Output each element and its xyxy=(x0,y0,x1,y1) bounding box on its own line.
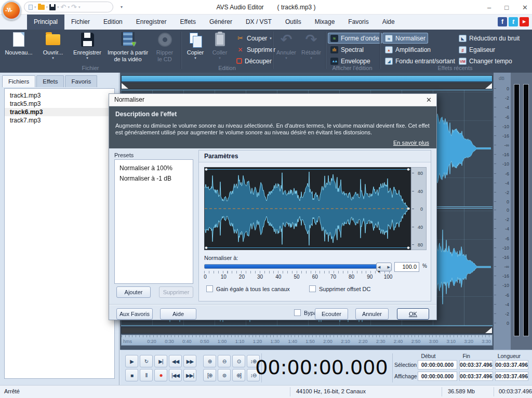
zoom-selection-end-button[interactable]: ⊕] xyxy=(232,369,245,381)
twitter-icon[interactable]: t xyxy=(509,17,518,26)
ribbon-tab-mixage[interactable]: Mixage xyxy=(308,15,342,30)
import-from-video-button[interactable]: ▼ Importer à partirde la vidéo xyxy=(105,31,151,65)
ribbon-tab-principal[interactable]: Principal xyxy=(27,15,64,30)
zoom-full-button[interactable]: ⊚ xyxy=(218,369,231,381)
minimize-button[interactable]: – xyxy=(487,4,491,11)
ribbon-tab-dx-vst[interactable]: DX / VST xyxy=(239,15,278,30)
play-button[interactable]: ▶ xyxy=(125,355,138,367)
to-favorites-button[interactable]: Aux Favoris xyxy=(116,308,153,320)
presets-list[interactable]: Normaliser à 100%Normaliser à -1 dB xyxy=(114,159,193,284)
ok-button[interactable]: OK xyxy=(397,308,429,320)
panel-tab-fichiers[interactable]: Fichiers xyxy=(2,75,35,87)
learn-more-link[interactable]: En savoir plus xyxy=(393,140,429,146)
slider-tick-label: 80 xyxy=(349,274,354,280)
dialog-title-bar[interactable]: Normaliser xyxy=(109,94,436,106)
cancel-button[interactable]: Annuler xyxy=(355,308,389,320)
zoom-in-button[interactable]: ⊕ xyxy=(203,355,216,367)
view-start-field[interactable]: 00:00:00.000 xyxy=(418,372,457,381)
remove-dc-offset-checkbox-box[interactable] xyxy=(309,285,316,292)
db-scale-label: -10 xyxy=(494,283,509,288)
spectral-view-button[interactable]: ılı Spectral xyxy=(328,44,366,55)
app-logo-icon[interactable]: -'\/\- xyxy=(2,1,21,20)
zoom-100-button[interactable]: ⊙ xyxy=(232,355,245,367)
save-button[interactable]: Enregistrer▾ xyxy=(70,31,105,65)
overview-bar[interactable] xyxy=(121,75,493,82)
listen-button[interactable]: Ecouter xyxy=(315,308,348,320)
ribbon-tab-outils[interactable]: Outils xyxy=(278,15,308,30)
file-item[interactable]: track1.mp3 xyxy=(5,91,114,100)
normalize-effect-button[interactable]: ≈ Normaliser xyxy=(382,33,428,44)
dialog-close-icon[interactable]: ✕ xyxy=(426,96,432,104)
pause-button[interactable]: Ⅱ xyxy=(140,369,153,381)
equal-gain-checkbox[interactable]: Gain égale à tous les canaux xyxy=(206,285,290,292)
ribbon-tab-g-n-rer[interactable]: Générer xyxy=(203,15,239,30)
ruler-time-label: 2:40 xyxy=(394,339,403,344)
ribbon-tab-fichier[interactable]: Fichier xyxy=(64,15,97,30)
bottom-scroll-strip[interactable] xyxy=(121,327,493,334)
normalize-slider[interactable]: ◀▶ xyxy=(204,264,391,269)
selection-end-field[interactable]: 00:03:37.496 xyxy=(459,360,493,369)
add-preset-button[interactable]: Ajouter xyxy=(116,286,151,298)
zoom-selection-start-button[interactable]: [⊕ xyxy=(203,369,216,381)
open-button[interactable]: Ouvrir...▾ xyxy=(36,31,70,65)
slider-tick-label: 10 xyxy=(221,274,227,280)
remove-dc-offset-checkbox[interactable]: Supprimer offset DC xyxy=(309,285,370,292)
ribbon-tab-effets[interactable]: Effets xyxy=(173,15,202,30)
stop-button[interactable]: ■ xyxy=(125,369,138,381)
db-scale-label: -6 xyxy=(494,236,509,241)
cut-button[interactable]: ✂ Couper▾ xyxy=(234,33,274,44)
ruler-time-label: 0:20 xyxy=(147,339,156,344)
ribbon-tab-edition[interactable]: Edition xyxy=(97,15,129,30)
bypass-checkbox-box[interactable] xyxy=(294,309,301,316)
file-item[interactable]: track7.mp3 xyxy=(5,116,114,125)
file-item[interactable]: track6.mp3 xyxy=(5,108,114,116)
ribbon-tab-aide[interactable]: Aide xyxy=(376,15,402,30)
spectral-bars-icon: ılı xyxy=(330,46,338,53)
equal-gain-checkbox-box[interactable] xyxy=(206,285,213,292)
db-scale-label: -6 xyxy=(494,171,509,176)
db-scale-label: -16 xyxy=(494,255,509,260)
go-end-button[interactable]: ▶▶| xyxy=(183,369,196,381)
facebook-icon[interactable]: f xyxy=(498,17,507,26)
play-to-end-button[interactable]: ▶| xyxy=(154,355,167,367)
ribbon-tab-favoris[interactable]: Favoris xyxy=(341,15,375,30)
amplify-effect-button[interactable]: ▲ Amplification xyxy=(382,44,433,55)
view-end-field[interactable]: 00:03:37.496 xyxy=(459,372,493,381)
equalizer-button[interactable]: ♯ Egaliseur xyxy=(456,44,498,55)
preset-item[interactable]: Normaliser à 100% xyxy=(115,163,193,173)
copy-button[interactable]: Copier▾ xyxy=(183,31,207,65)
rewind-button[interactable]: ◀◀ xyxy=(169,355,182,367)
record-button[interactable]: ● xyxy=(154,369,167,381)
noise-reduction-button[interactable]: ◣ Réduction du bruit xyxy=(456,33,522,44)
normalize-value-input[interactable]: 100.0 xyxy=(394,262,419,272)
go-start-button[interactable]: |◀◀ xyxy=(169,369,182,381)
waveform-view-button[interactable]: ≈ Forme d'onde xyxy=(328,33,382,44)
panel-tab-favoris[interactable]: Favoris xyxy=(65,75,97,87)
panel-tab-effets[interactable]: Effets xyxy=(36,75,64,87)
ruler-time-label: 1:00 xyxy=(218,339,227,344)
maximize-button[interactable]: □ xyxy=(504,4,509,11)
zoom-out-button[interactable]: ⊖ xyxy=(218,355,231,367)
file-item[interactable]: track5.mp3 xyxy=(5,100,114,108)
effect-description: Description de l'effet Augmente ou dimin… xyxy=(109,106,436,148)
ribbon-tab-enregistrer[interactable]: Enregistrer xyxy=(129,15,174,30)
preset-item[interactable]: Normaliser à -1 dB xyxy=(115,173,193,184)
fast-forward-button[interactable]: ▶▶ xyxy=(183,355,196,367)
new-button[interactable]: Nouveau... xyxy=(1,31,36,65)
selection-length-field[interactable]: 00:03:37.496 xyxy=(495,360,528,369)
loop-button[interactable]: ↻ xyxy=(140,355,153,367)
ruler-time-label: 1:30 xyxy=(271,339,280,344)
time-ruler[interactable]: hms 0:200:300:400:501:001:101:201:301:40… xyxy=(121,335,493,346)
clipboard-icon xyxy=(215,33,225,46)
help-button[interactable]: Aide xyxy=(160,308,196,320)
selection-strip[interactable] xyxy=(121,83,493,89)
file-list: track1.mp3track5.mp3track6.mp3track7.mp3 xyxy=(4,88,115,379)
delete-button[interactable]: ✕ Supprimer xyxy=(234,44,278,55)
youtube-icon[interactable]: ▶ xyxy=(520,17,529,26)
view-length-field[interactable]: 00:03:37.496 xyxy=(495,372,528,381)
close-button[interactable]: ✕ xyxy=(522,4,528,11)
db-scale-label: -4 xyxy=(494,302,509,307)
group-label-edition: Edition xyxy=(183,65,271,71)
selection-start-field[interactable]: 00:00:00.000 xyxy=(418,360,457,369)
db-scale-label: -6 xyxy=(494,115,509,120)
